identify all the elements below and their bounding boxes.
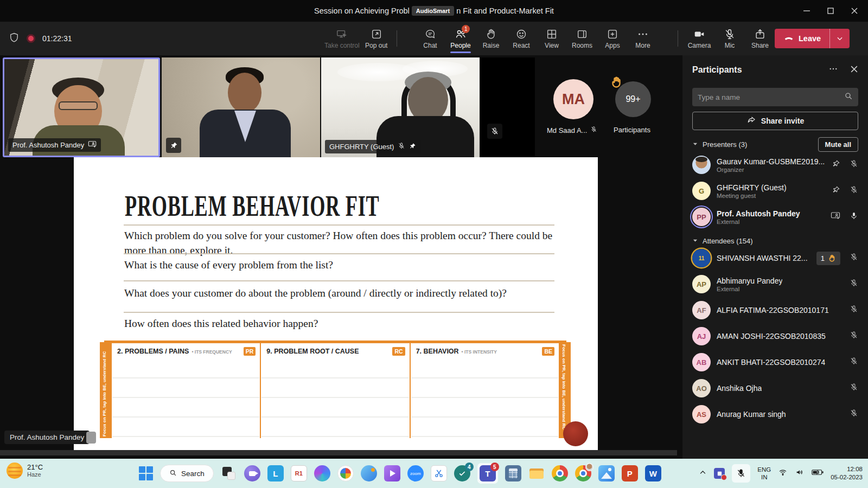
people-button[interactable]: 1 People [448, 22, 473, 55]
leave-button[interactable]: Leave [775, 29, 850, 48]
mute-all-button[interactable]: Mute all [818, 137, 858, 152]
pin-icon[interactable] [832, 185, 840, 196]
more-button[interactable]: More [630, 22, 655, 55]
taskbar-clock[interactable]: 12:08 05-02-2023 [831, 465, 863, 481]
tray-mic-muted-icon[interactable] [732, 464, 750, 483]
view-button[interactable]: View [539, 22, 564, 55]
participant-search[interactable] [692, 88, 858, 106]
snipping-tool-app-icon[interactable] [431, 465, 447, 481]
l-app-icon[interactable]: L [267, 465, 284, 481]
participant-role: External [717, 219, 800, 225]
paint-app-icon[interactable] [361, 465, 377, 481]
file-explorer-app-icon[interactable] [528, 465, 545, 481]
participant-row[interactable]: G GHFGHRTY (Guest) Meeting guest [692, 178, 858, 204]
participant-row[interactable]: PP Prof. Ashutosh Pandey External [692, 204, 858, 230]
share-person-icon[interactable] [831, 211, 840, 222]
video-tile-ghfghrty[interactable]: GHFGHRTY (Guest) [321, 57, 480, 157]
react-button[interactable]: React [509, 22, 534, 55]
mic-off-icon[interactable] [850, 357, 858, 368]
zoom-app-icon[interactable]: zoom [407, 465, 424, 481]
mic-off-icon[interactable] [850, 331, 858, 342]
slide-rule [124, 280, 554, 281]
mic-off-icon[interactable] [850, 159, 858, 170]
r1-app-icon[interactable]: R1 [291, 465, 307, 481]
video-tile-pinned[interactable] [162, 57, 320, 157]
powerpoint-app-icon[interactable]: P [622, 465, 638, 481]
teams-app-icon: T5 [480, 465, 496, 481]
language-switcher[interactable]: ENG IN [757, 466, 771, 481]
participant-name: AMAN JOSHI-22GSOB2010835 [717, 332, 826, 341]
participant-row[interactable]: Gaurav Kumar-GUSBME2019... Organizer [692, 152, 858, 178]
weather-sun-icon [7, 463, 23, 479]
leave-options-chevron[interactable] [830, 35, 850, 42]
participant-row[interactable]: 11 SHIVANSH AWASTHI 22... 1 [692, 245, 858, 271]
mic-off-icon[interactable] [850, 305, 858, 316]
participant-row[interactable]: AB ANKIT BHATI-22GSOB2010274 [692, 349, 858, 375]
start-button[interactable] [139, 466, 153, 480]
pin-icon[interactable] [832, 159, 840, 170]
participant-row[interactable]: AJ AMAN JOSHI-22GSOB2010835 [692, 323, 858, 349]
word-app-icon[interactable]: W [645, 465, 661, 481]
gallery-app-icon[interactable] [598, 465, 615, 481]
weather-widget[interactable]: 21°C Haze [7, 463, 43, 479]
mic-button[interactable]: Mic [717, 22, 742, 55]
raise-hand-button[interactable]: Raise [478, 22, 503, 55]
pop-out-button[interactable]: Pop out [364, 22, 389, 55]
participant-row[interactable]: AF ALFIA FATIMA-22GSOB2010171 [692, 297, 858, 323]
apps-button[interactable]: Apps [600, 22, 625, 55]
teams-app-active[interactable]: T5 [477, 463, 498, 484]
camera-button[interactable]: Camera [687, 22, 712, 55]
mic-on-icon[interactable] [850, 211, 858, 222]
task-view-app-icon[interactable] [221, 465, 237, 481]
video-tile-ashutosh[interactable]: Prof. Ashutosh Pandey [3, 57, 160, 157]
participant-row[interactable]: AP Abhimanyu Pandey External [692, 271, 858, 297]
chrome-app-icon[interactable] [552, 465, 568, 481]
raise-label: Raise [483, 42, 500, 49]
apps-label: Apps [605, 42, 620, 49]
teams-tray-icon[interactable] [714, 468, 725, 479]
slide-rule [124, 224, 554, 226]
chat-button[interactable]: Chat [418, 22, 443, 55]
battery-charging-icon[interactable] [812, 468, 824, 478]
participant-row[interactable]: AS Anurag Kumar singh [692, 401, 858, 427]
problem-behavior-table: Focus on PR, tap into BE, understand RC … [100, 342, 571, 438]
volume-icon[interactable] [795, 468, 805, 479]
participant-name: GHFGHRTY (Guest) [717, 183, 787, 192]
mic-off-icon[interactable] [850, 279, 858, 290]
calculator-app-icon[interactable] [505, 465, 521, 481]
mic-off-icon[interactable] [850, 383, 858, 394]
search-input[interactable] [698, 93, 844, 101]
mic-off-icon[interactable] [850, 253, 858, 264]
rooms-button[interactable]: Rooms [570, 22, 595, 55]
toolbar-share-group: Take control Pop out [324, 22, 400, 55]
hand-count: 1 [821, 254, 825, 262]
mic-off-icon[interactable] [850, 409, 858, 420]
share-invite-icon [746, 115, 756, 127]
avatar[interactable]: MA [553, 79, 593, 119]
todo-app-icon[interactable]: 4 [454, 465, 470, 481]
clipchamp-app-icon[interactable] [384, 465, 400, 481]
avatar: AB [692, 353, 711, 371]
share-invite-button[interactable]: Share invite [692, 112, 858, 130]
wifi-icon[interactable] [778, 468, 788, 479]
copilot-app-icon[interactable] [314, 465, 330, 481]
mic-off-icon[interactable] [850, 185, 858, 196]
chrome-profile-app-icon[interactable] [575, 465, 591, 481]
minimize-icon[interactable] [803, 7, 810, 15]
presenters-section-header[interactable]: Presenters (3) Mute all [692, 137, 858, 152]
camera-app-icon[interactable] [244, 465, 260, 481]
video-tile-partial[interactable] [481, 57, 535, 157]
taskbar-search[interactable]: Search [160, 465, 214, 482]
share-button[interactable]: Share [748, 22, 773, 55]
attendees-section-header[interactable]: Attendees (154) [692, 237, 858, 245]
tray-chevron-up-icon[interactable] [699, 468, 707, 479]
participant-row[interactable]: AO Anshika Ojha [692, 375, 858, 401]
panel-close-icon[interactable] [850, 65, 858, 75]
panel-more-icon[interactable] [828, 64, 838, 76]
rooms-icon [576, 28, 588, 40]
maximize-icon[interactable] [827, 7, 834, 15]
pop-out-label: Pop out [365, 42, 387, 49]
close-icon[interactable] [851, 7, 858, 15]
photos-app-icon[interactable] [337, 465, 354, 481]
share-icon [754, 28, 766, 40]
